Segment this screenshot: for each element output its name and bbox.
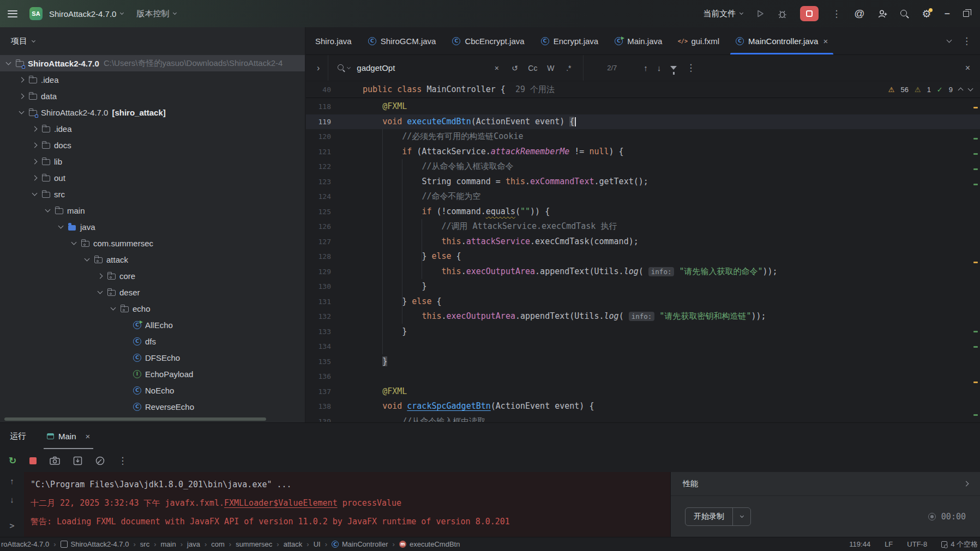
expand-search-icon[interactable]: › [306,63,328,73]
recording-options-chevron[interactable] [733,516,750,517]
breadcrumb-item-ShiroAttack2-4.7.0[interactable]: ShiroAttack2-4.7.0 [61,540,129,548]
start-recording-button[interactable]: 开始录制 [685,507,751,526]
search-icon[interactable] [337,64,345,72]
run-config-selector[interactable]: 当前文件 [703,9,743,19]
chevron-right-icon[interactable] [19,93,25,99]
tree-item-.idea[interactable]: .idea [0,71,305,88]
breadcrumb-item-MainController[interactable]: MainController [332,540,388,548]
chevron-down-icon[interactable] [45,207,51,213]
stop-process-icon[interactable] [29,457,37,464]
chevron-down-icon[interactable] [32,191,38,196]
rerun-icon[interactable]: ↻ [9,455,16,467]
vcs-widget[interactable]: 版本控制 [136,9,176,19]
tree-item-.idea[interactable]: .idea [0,120,305,137]
tree-item-out[interactable]: out [0,169,305,186]
debug-button[interactable] [778,9,787,19]
breadcrumb-item-main[interactable]: main [160,540,176,548]
sticky-line[interactable]: 40 public class MainController { 29 个用法 … [306,81,980,98]
stacktrace-link[interactable]: FXMLLoader$ValueElement [224,498,338,508]
tab-Encrypt.java[interactable]: Encrypt.java [533,27,607,55]
chevron-down-icon[interactable] [6,60,11,65]
run-console[interactable]: "C:\Program Files\Java\jdk1.8.0_201\bin\… [24,472,670,537]
prompt-icon[interactable]: > [9,521,14,531]
tree-item-ReverseEcho[interactable]: ReverseEcho [0,398,305,415]
breadcrumb-item-UI[interactable]: UI [314,540,321,548]
match-case-toggle[interactable]: Cc [524,64,542,72]
breadcrumb-item-executeCmdBtn[interactable]: executeCmdBtn [399,540,460,548]
close-icon[interactable]: × [86,432,91,441]
edit-configuration-icon[interactable] [95,456,105,465]
code-editor[interactable]: 118 @FXML119 void executeCmdBtn(ActionEv… [306,98,980,422]
run-tab-main[interactable]: Main × [41,423,95,449]
tab-Main.java[interactable]: Main.java [606,27,670,55]
tree-item-main[interactable]: main [0,202,305,219]
chevron-right-icon[interactable] [32,159,38,164]
camera-snapshot-icon[interactable] [50,456,60,465]
tree-item-java[interactable]: java [0,219,305,235]
multiline-toggle-icon[interactable]: ↺ [506,64,524,72]
close-icon[interactable]: × [823,37,828,46]
tree-item-DFSEcho[interactable]: DFSEcho [0,349,305,366]
tab-CbcEncrypt.java[interactable]: CbcEncrypt.java [444,27,532,55]
tab-Shiro.java[interactable]: Shiro.java [307,27,360,55]
stop-button[interactable] [800,6,819,21]
caret-position[interactable]: 119:44 [849,540,870,548]
window-minimize-button[interactable]: − [944,8,950,20]
breadcrumb-item-java[interactable]: java [187,540,200,548]
settings-gear-icon[interactable]: ⚙ [922,9,931,19]
thread-dump-icon[interactable] [73,456,82,465]
whole-words-toggle[interactable]: W [542,64,560,72]
editor-scrollbar[interactable] [972,27,980,422]
breadcrumb-item-com[interactable]: com [211,540,225,548]
line-separator[interactable]: LF [885,540,893,548]
tree-item-deser[interactable]: deser [0,284,305,300]
main-menu-icon[interactable] [8,10,17,17]
file-encoding[interactable]: UTF-8 [907,540,927,548]
scroll-up-icon[interactable]: ↑ [10,476,14,486]
tree-item-src[interactable]: src [0,186,305,202]
tree-item-echo[interactable]: echo [0,300,305,317]
tab-options-icon[interactable]: ⋮ [962,35,971,47]
search-more-icon[interactable]: ⋮ [686,62,695,74]
prev-problem-icon[interactable] [958,88,964,93]
tab-gui.fxml[interactable]: gui.fxml [670,27,728,55]
previous-occurrence-icon[interactable]: ↑ [644,63,648,72]
chevron-down-icon[interactable] [58,223,64,229]
chevron-right-icon[interactable] [964,481,969,487]
chevron-right-icon[interactable] [32,126,38,131]
indent-setting[interactable]: 4 个空格 [941,540,978,549]
tree-item-attack[interactable]: attack [0,251,305,268]
scroll-down-icon[interactable]: ↓ [10,495,14,504]
tree-item-docs[interactable]: docs [0,137,305,153]
tree-item-lib[interactable]: lib [0,153,305,169]
hidden-tabs-chevron-icon[interactable] [947,38,952,43]
breadcrumb-item-summersec[interactable]: summersec [236,540,272,548]
project-panel-header[interactable]: 项目 [0,27,305,55]
chevron-down-icon[interactable] [19,109,25,114]
tree-item-dfs[interactable]: dfs [0,333,305,349]
tree-item-ShiroAttack2-4.7.0[interactable]: ShiroAttack2-4.7.0[shiro_attack] [0,104,305,120]
tree-item-core[interactable]: core [0,268,305,284]
tab-MainController.java[interactable]: MainController.java× [728,27,836,55]
breadcrumb-item-roAttack2-4.7.0[interactable]: roAttack2-4.7.0 [1,540,49,548]
chevron-down-icon[interactable] [98,289,103,294]
tree-item-AllEcho[interactable]: AllEcho [0,317,305,333]
chevron-right-icon[interactable] [32,175,38,180]
run-button[interactable] [756,9,765,18]
tree-item-com.summersec[interactable]: com.summersec [0,235,305,251]
tree-horizontal-scrollbar[interactable] [4,417,266,421]
breadcrumb-item-attack[interactable]: attack [284,540,303,548]
chevron-down-icon[interactable] [85,256,90,262]
tree-item-ShiroAttack2-4.7.0[interactable]: ShiroAttack2-4.7.0C:\Users\奇怪的yasuo\Down… [0,55,305,71]
tree-item-NoEcho[interactable]: NoEcho [0,382,305,398]
next-occurrence-icon[interactable]: ↓ [657,63,662,72]
tree-item-data[interactable]: data [0,88,305,104]
add-user-icon[interactable] [877,9,887,19]
project-widget[interactable]: ShiroAttack2-4.7.0 [49,9,123,19]
search-input[interactable]: gadgetOpt [350,63,488,72]
chevron-down-icon[interactable] [111,305,116,311]
inspections-widget[interactable]: ⚠ 56 ⚠ 1 ✓ 9 [888,81,972,98]
search-everywhere-icon[interactable] [900,10,909,18]
ai-assistant-icon[interactable]: @ [854,8,864,20]
tree-item-EchoPayload[interactable]: EchoPayload [0,366,305,382]
